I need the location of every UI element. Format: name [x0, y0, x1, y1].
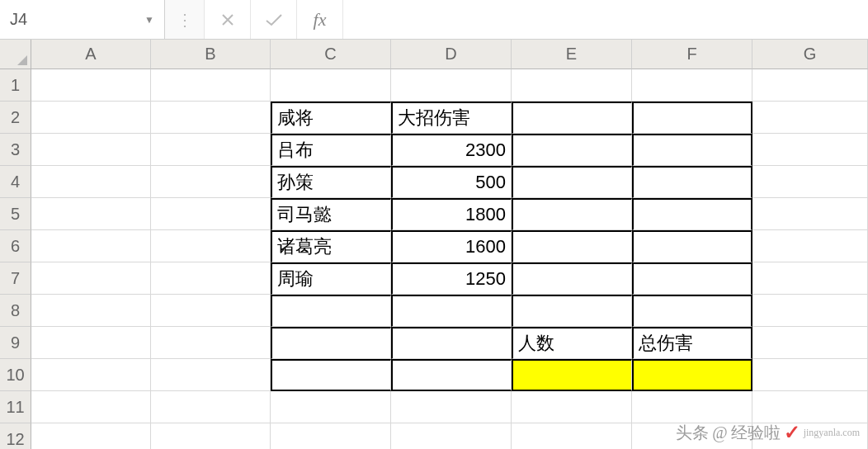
cell-F1[interactable] [632, 69, 752, 102]
dropdown-icon[interactable]: ▼ [144, 14, 154, 26]
row-header-4[interactable]: 4 [0, 166, 31, 198]
cell-C1[interactable] [271, 69, 391, 102]
column-header-F[interactable]: F [632, 40, 752, 69]
select-all-corner[interactable] [0, 40, 31, 69]
row-header-3[interactable]: 3 [0, 134, 31, 166]
cell-E7[interactable] [512, 262, 632, 295]
cell-B3[interactable] [151, 134, 271, 166]
cell-E9[interactable]: 人数 [512, 327, 632, 359]
cell-G9[interactable] [752, 327, 868, 359]
cell-C4[interactable]: 孙策 [271, 166, 391, 198]
cell-A5[interactable] [31, 198, 151, 230]
row-header-5[interactable]: 5 [0, 198, 31, 230]
cell-B6[interactable] [151, 230, 271, 262]
cell-F9[interactable]: 总伤害 [632, 327, 752, 359]
cell-D8[interactable] [391, 295, 512, 327]
cell-B4[interactable] [151, 166, 271, 198]
cell-C5[interactable]: 司马懿 [271, 198, 391, 230]
row-header-6[interactable]: 6 [0, 230, 31, 262]
cell-D3[interactable]: 2300 [391, 134, 512, 166]
cell-C9[interactable] [271, 327, 391, 359]
cell-A7[interactable] [31, 262, 151, 295]
cell-E1[interactable] [512, 69, 632, 102]
cell-E10[interactable] [512, 359, 632, 391]
cell-E5[interactable] [512, 198, 632, 230]
cell-C2[interactable]: 咸将 [271, 102, 391, 134]
cell-C12[interactable] [271, 423, 391, 449]
cell-F7[interactable] [632, 262, 752, 295]
cell-G6[interactable] [752, 230, 868, 262]
row-header-1[interactable]: 1 [0, 69, 31, 102]
cell-F3[interactable] [632, 134, 752, 166]
cell-G5[interactable] [752, 198, 868, 230]
cell-D5[interactable]: 1800 [391, 198, 512, 230]
cell-A2[interactable] [31, 102, 151, 134]
cell-B10[interactable] [151, 359, 271, 391]
row-header-9[interactable]: 9 [0, 327, 31, 359]
row-header-10[interactable]: 10 [0, 359, 31, 391]
cell-G2[interactable] [752, 102, 868, 134]
row-header-8[interactable]: 8 [0, 295, 31, 327]
cell-E8[interactable] [512, 295, 632, 327]
cell-A11[interactable] [31, 391, 151, 423]
cell-G1[interactable] [752, 69, 868, 102]
cell-D12[interactable] [391, 423, 512, 449]
cell-B12[interactable] [151, 423, 271, 449]
cell-B1[interactable] [151, 69, 271, 102]
cell-E3[interactable] [512, 134, 632, 166]
cancel-button[interactable] [205, 0, 251, 39]
column-header-B[interactable]: B [151, 40, 271, 69]
cell-A6[interactable] [31, 230, 151, 262]
column-header-A[interactable]: A [31, 40, 151, 69]
cell-B11[interactable] [151, 391, 271, 423]
name-box[interactable]: ▼ [0, 0, 165, 39]
cell-D1[interactable] [391, 69, 512, 102]
cell-F2[interactable] [632, 102, 752, 134]
cell-C6[interactable]: 诸葛亮 [271, 230, 391, 262]
cell-A9[interactable] [31, 327, 151, 359]
cell-E2[interactable] [512, 102, 632, 134]
cell-D4[interactable]: 500 [391, 166, 512, 198]
cell-A12[interactable] [31, 423, 151, 449]
cell-C7[interactable]: 周瑜 [271, 262, 391, 295]
cell-E11[interactable] [512, 391, 632, 423]
cell-G10[interactable] [752, 359, 868, 391]
cell-C11[interactable] [271, 391, 391, 423]
formula-bar[interactable] [343, 0, 868, 39]
accept-button[interactable] [251, 0, 297, 39]
cell-B7[interactable] [151, 262, 271, 295]
cell-B8[interactable] [151, 295, 271, 327]
cell-A10[interactable] [31, 359, 151, 391]
row-header-2[interactable]: 2 [0, 102, 31, 134]
cell-F6[interactable] [632, 230, 752, 262]
cell-G8[interactable] [752, 295, 868, 327]
cell-G4[interactable] [752, 166, 868, 198]
cell-D10[interactable] [391, 359, 512, 391]
cell-E4[interactable] [512, 166, 632, 198]
cell-G11[interactable] [752, 391, 868, 423]
fx-button[interactable]: fx [297, 0, 343, 39]
column-header-C[interactable]: C [271, 40, 391, 69]
cell-D7[interactable]: 1250 [391, 262, 512, 295]
cell-B2[interactable] [151, 102, 271, 134]
cell-C3[interactable]: 吕布 [271, 134, 391, 166]
cell-F4[interactable] [632, 166, 752, 198]
column-header-G[interactable]: G [752, 40, 868, 69]
name-box-input[interactable] [10, 10, 139, 29]
row-header-7[interactable]: 7 [0, 262, 31, 295]
cell-G3[interactable] [752, 134, 868, 166]
cell-D2[interactable]: 大招伤害 [391, 102, 512, 134]
column-header-D[interactable]: D [391, 40, 512, 69]
cell-G7[interactable] [752, 262, 868, 295]
cell-A1[interactable] [31, 69, 151, 102]
cell-F8[interactable] [632, 295, 752, 327]
row-header-12[interactable]: 12 [0, 423, 31, 449]
cell-A8[interactable] [31, 295, 151, 327]
cell-D6[interactable]: 1600 [391, 230, 512, 262]
cell-F5[interactable] [632, 198, 752, 230]
row-header-11[interactable]: 11 [0, 391, 31, 423]
cell-A4[interactable] [31, 166, 151, 198]
more-icon[interactable]: ⋮ [165, 0, 205, 39]
cell-F10[interactable] [632, 359, 752, 391]
column-header-E[interactable]: E [512, 40, 632, 69]
